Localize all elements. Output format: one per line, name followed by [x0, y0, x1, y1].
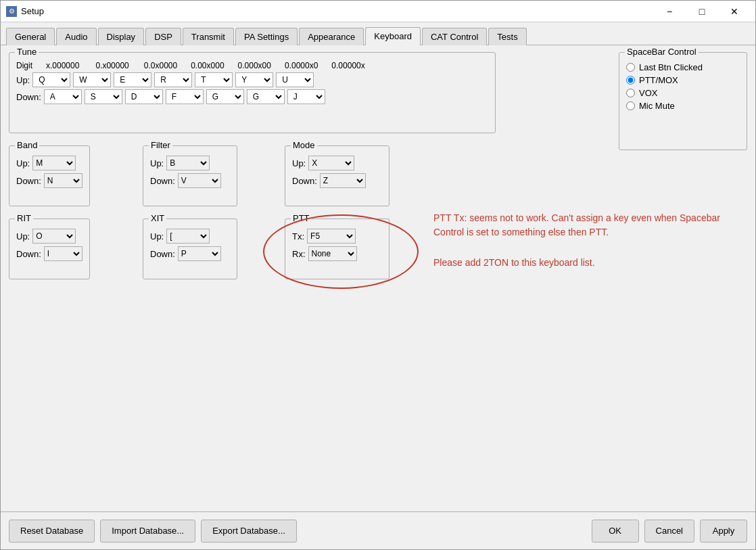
- xit-group: XIT Up: [ Down: P: [143, 219, 237, 279]
- filter-group: Filter Up: B Down: V: [143, 145, 237, 206]
- tune-digits-row: Digit x.000000 0.x00000 0.0x0000 0.00x00…: [16, 61, 488, 70]
- rit-up-select[interactable]: O: [32, 229, 76, 244]
- maximize-button[interactable]: □: [686, 3, 717, 20]
- band-down-row: Down: N: [16, 173, 82, 188]
- rit-down-row: Down: I: [16, 246, 82, 261]
- spacebar-radio-ptt-mox[interactable]: [626, 76, 635, 85]
- mode-up-select[interactable]: X: [308, 156, 354, 170]
- spacebar-group: SpaceBar Control Last Btn Clicked PTT/MO…: [619, 52, 747, 150]
- xit-down-row: Down: P: [150, 246, 230, 261]
- tune-up-0[interactable]: Q: [32, 72, 70, 87]
- reset-database-button[interactable]: Reset Database: [9, 520, 95, 543]
- band-group-title: Band: [15, 140, 39, 150]
- rit-group: RIT Up: O Down: I: [9, 219, 90, 279]
- spacebar-option-0: Last Btn Clicked: [626, 62, 740, 72]
- spacebar-label-vox: VOX: [639, 88, 657, 98]
- close-button[interactable]: ✕: [719, 3, 750, 20]
- xit-down-select[interactable]: P: [178, 246, 221, 261]
- digit-5: 0.0000x0: [285, 61, 318, 70]
- spacebar-label-last-btn: Last Btn Clicked: [639, 62, 703, 72]
- tune-up-1[interactable]: W: [73, 72, 111, 87]
- spacebar-radio-last-btn[interactable]: [626, 63, 635, 72]
- import-database-button[interactable]: Import Database...: [100, 520, 195, 543]
- ptt-group-title: PTT: [291, 213, 312, 223]
- minimize-button[interactable]: −: [654, 3, 685, 20]
- tab-audio[interactable]: Audio: [56, 28, 96, 45]
- digit-4: 0.000x00: [238, 61, 271, 70]
- tab-dsp[interactable]: DSP: [145, 28, 181, 45]
- tab-pa-settings[interactable]: PA Settings: [235, 28, 298, 45]
- filter-group-title: Filter: [149, 140, 172, 150]
- tune-down-1[interactable]: S: [85, 89, 122, 104]
- tune-down-6[interactable]: J: [287, 89, 325, 104]
- ptt-rx-row: Rx: None: [292, 246, 382, 261]
- tune-down-4[interactable]: G: [206, 89, 244, 104]
- mode-up-row: Up: X: [292, 156, 382, 170]
- tab-tests[interactable]: Tests: [488, 28, 526, 45]
- xit-up-select[interactable]: [: [166, 229, 210, 244]
- filter-down-select[interactable]: V: [178, 173, 221, 188]
- tune-down-label: Down:: [16, 92, 41, 102]
- tune-up-2[interactable]: E: [114, 72, 151, 87]
- ptt-tx-label: Tx:: [292, 231, 304, 242]
- digit-3: 0.00x000: [191, 61, 224, 70]
- window-title: Setup: [21, 6, 654, 16]
- tab-keyboard[interactable]: Keyboard: [365, 27, 421, 45]
- export-database-button[interactable]: Export Database...: [201, 520, 297, 543]
- mode-group-title: Mode: [291, 140, 317, 150]
- filter-up-row: Up: B: [150, 156, 230, 170]
- tab-display[interactable]: Display: [98, 28, 145, 45]
- ptt-tx-row: Tx: F5: [292, 229, 382, 244]
- ok-button[interactable]: OK: [592, 520, 639, 543]
- tab-general[interactable]: General: [6, 28, 55, 45]
- spacebar-label-mic-mute: Mic Mute: [639, 101, 675, 111]
- spacebar-radio-vox[interactable]: [626, 89, 635, 97]
- tune-down-3[interactable]: F: [166, 89, 204, 104]
- band-group: Band Up: M Down: N: [9, 145, 90, 206]
- digit-6: 0.00000x: [331, 61, 364, 70]
- apply-button[interactable]: Apply: [700, 520, 747, 543]
- tune-up-4[interactable]: T: [195, 72, 233, 87]
- ptt-rx-select[interactable]: None: [308, 246, 357, 261]
- mode-up-label: Up:: [292, 158, 306, 168]
- tune-group-title: Tune: [15, 47, 39, 57]
- tune-up-5[interactable]: Y: [235, 72, 273, 87]
- tab-appearance[interactable]: Appearance: [299, 28, 364, 45]
- window-controls: − □ ✕: [654, 3, 750, 20]
- spacebar-label-ptt-mox: PTT/MOX: [639, 75, 678, 85]
- spacebar-radio-mic-mute[interactable]: [626, 101, 635, 110]
- tune-up-6[interactable]: U: [276, 72, 314, 87]
- band-up-select[interactable]: M: [32, 156, 76, 170]
- mode-down-row: Down: Z: [292, 173, 382, 188]
- digit-0: x.000000: [46, 61, 79, 70]
- rit-group-title: RIT: [15, 213, 33, 223]
- band-down-select[interactable]: N: [44, 173, 82, 188]
- ptt-tx-select[interactable]: F5: [307, 229, 356, 244]
- cancel-button[interactable]: Cancel: [644, 520, 694, 543]
- tune-up-row: Up: Q W E R T Y U: [16, 72, 488, 87]
- tab-bar: General Audio Display DSP Transmit PA Se…: [1, 22, 755, 45]
- xit-group-title: XIT: [149, 213, 166, 223]
- filter-up-label: Up:: [150, 158, 164, 168]
- tab-cat-control[interactable]: CAT Control: [422, 28, 487, 45]
- mode-group: Mode Up: X Down: Z: [285, 145, 389, 206]
- annotation-line2: Please add 2TON to this keyboard list.: [433, 256, 724, 270]
- tune-up-3[interactable]: R: [154, 72, 192, 87]
- tab-transmit[interactable]: Transmit: [183, 28, 234, 45]
- mode-down-select[interactable]: Z: [320, 173, 366, 188]
- rit-down-select[interactable]: I: [44, 246, 82, 261]
- ptt-rx-label: Rx:: [292, 249, 306, 259]
- digit-label: Digit: [16, 61, 32, 70]
- spacebar-option-3: Mic Mute: [626, 101, 740, 111]
- filter-up-select[interactable]: B: [166, 156, 210, 170]
- tune-down-2[interactable]: D: [125, 89, 163, 104]
- band-up-label: Up:: [16, 158, 30, 168]
- digit-2: 0.0x0000: [144, 61, 177, 70]
- tune-down-5[interactable]: G: [247, 89, 285, 104]
- rit-up-label: Up:: [16, 231, 30, 242]
- tune-down-0[interactable]: A: [44, 89, 82, 104]
- annotation-line1: PTT Tx: seems not to work. Can't assign …: [433, 211, 724, 239]
- filter-down-row: Down: V: [150, 173, 230, 188]
- bottom-bar: Reset Database Import Database... Export…: [1, 511, 755, 549]
- spacebar-option-1: PTT/MOX: [626, 75, 740, 85]
